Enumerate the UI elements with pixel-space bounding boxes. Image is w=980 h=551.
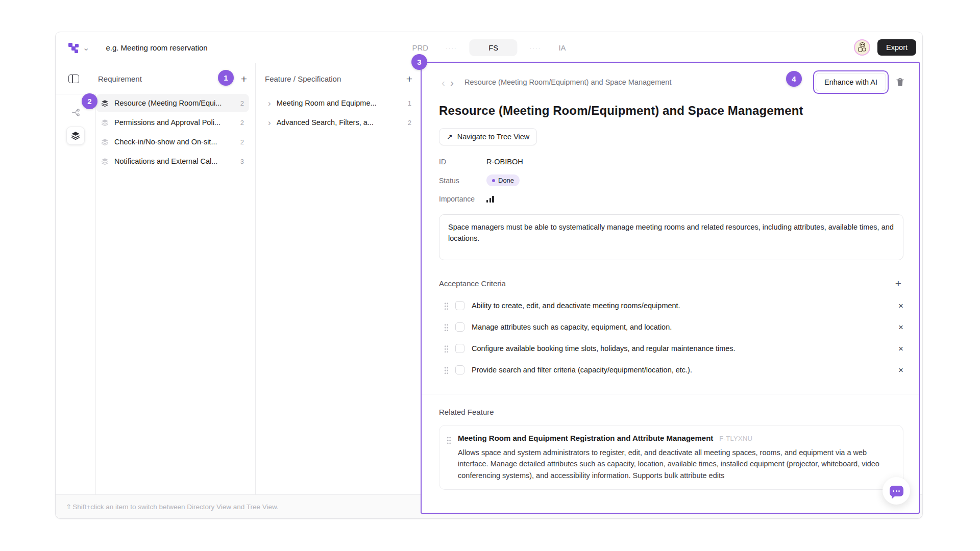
nav-back-button[interactable]: ‹ xyxy=(439,77,448,88)
layers-icon xyxy=(101,99,109,107)
external-arrow-icon: ↗ xyxy=(447,133,453,141)
add-feature-button[interactable]: + xyxy=(406,73,412,84)
related-feature-card[interactable]: Meeting Room and Equipment Registration … xyxy=(439,425,903,490)
user-avatar[interactable] xyxy=(854,39,870,56)
drag-handle-icon[interactable] xyxy=(444,366,449,374)
app-logo-icon[interactable] xyxy=(68,42,79,53)
chat-bubble-icon xyxy=(890,486,903,496)
related-feature-code: F-TLYXNU xyxy=(719,435,752,442)
topbar-right-group: Export xyxy=(854,39,916,56)
mode-tabs: PRD ···· FS ···· IA xyxy=(407,32,571,63)
importance-label: Importance xyxy=(439,195,486,203)
criterion-checkbox[interactable] xyxy=(455,301,464,310)
related-feature-content: Meeting Room and Equipment Registration … xyxy=(458,434,893,481)
feature-item-label: Meeting Room and Equipme... xyxy=(277,99,377,107)
criterion-text: Ability to create, edit, and deactivate … xyxy=(472,302,680,310)
page-title: Resource (Meeting Room/Equipment) and Sp… xyxy=(439,104,901,118)
related-feature-name: Meeting Room and Equipment Registration … xyxy=(458,434,713,442)
requirement-item-label: Notifications and External Cal... xyxy=(114,157,217,165)
detail-header: ‹ › Resource (Meeting Room/Equipment) an… xyxy=(439,71,904,93)
importance-bars-icon[interactable] xyxy=(486,196,494,203)
tab-ia[interactable]: IA xyxy=(553,39,571,56)
requirement-item[interactable]: Notifications and External Cal... 3 xyxy=(96,152,249,170)
id-field-row: ID R-OBIBOH xyxy=(439,157,901,167)
feature-column: Feature / Specification + › Meeting Room… xyxy=(256,63,421,495)
robot-doodle xyxy=(856,41,868,54)
importance-field-row: Importance xyxy=(439,194,901,204)
section-divider xyxy=(422,394,919,394)
chevron-right-icon[interactable]: › xyxy=(268,118,271,127)
remove-criterion-button[interactable]: × xyxy=(898,323,903,332)
chevron-down-icon[interactable]: ⌄ xyxy=(83,43,89,53)
drag-handle-icon[interactable] xyxy=(444,345,449,353)
trash-icon xyxy=(896,78,904,87)
chat-fab-button[interactable] xyxy=(883,477,910,505)
feature-item-count: 1 xyxy=(404,99,411,107)
criterion-text: Configure available booking time slots, … xyxy=(472,344,736,353)
requirement-item[interactable]: Resource (Meeting Room/Equi... 2 xyxy=(96,94,249,112)
add-requirement-button[interactable]: + xyxy=(241,73,247,84)
remove-criterion-button[interactable]: × xyxy=(898,366,903,374)
description-textbox[interactable]: Space managers must be able to systemati… xyxy=(439,214,903,260)
acceptance-criteria-title: Acceptance Criteria xyxy=(439,279,506,288)
id-label: ID xyxy=(439,158,486,166)
related-feature-description: Allows space and system administrators t… xyxy=(458,447,893,481)
requirement-item[interactable]: Permissions and Approval Poli... 2 xyxy=(96,113,249,132)
id-value: R-OBIBOH xyxy=(486,158,523,166)
status-label: Status xyxy=(439,177,486,185)
acceptance-criteria-header: Acceptance Criteria + xyxy=(439,278,901,289)
related-feature-header: Related Feature xyxy=(439,408,901,417)
nav-forward-button[interactable]: › xyxy=(448,77,456,88)
tab-separator-dots: ···· xyxy=(530,45,542,51)
drag-handle-icon[interactable] xyxy=(444,323,449,331)
requirement-title: Requirement xyxy=(98,74,142,83)
layers-icon xyxy=(101,138,109,146)
status-badge[interactable]: Done xyxy=(486,174,520,186)
enhance-with-ai-button[interactable]: Enhance with AI xyxy=(816,73,886,91)
status-field-row: Status Done xyxy=(439,174,901,186)
add-criterion-button[interactable]: + xyxy=(895,278,901,289)
requirement-item-count: 3 xyxy=(236,158,244,165)
requirement-item-label: Resource (Meeting Room/Equi... xyxy=(114,99,222,107)
annotation-badge-3: 3 xyxy=(411,54,427,70)
requirement-item-label: Permissions and Approval Poli... xyxy=(114,118,220,127)
tab-fs[interactable]: FS xyxy=(470,39,518,56)
breadcrumb: Resource (Meeting Room/Equipment) and Sp… xyxy=(464,78,671,86)
criterion-row: Configure available booking time slots, … xyxy=(444,338,903,359)
criterion-checkbox[interactable] xyxy=(455,365,464,374)
export-button[interactable]: Export xyxy=(877,39,916,56)
top-bar: ⌄ e.g. Meeting room reservation PRD ····… xyxy=(56,32,922,63)
criterion-checkbox[interactable] xyxy=(455,322,464,332)
tree-view-icon[interactable] xyxy=(66,103,85,121)
sidebar-toggle-icon[interactable] xyxy=(68,74,79,83)
shortcut-hint: ⇧ Shift+click an item to switch between … xyxy=(66,503,279,511)
requirement-item[interactable]: Check-in/No-show and On-sit... 2 xyxy=(96,133,249,151)
requirement-item-count: 2 xyxy=(236,119,244,127)
view-mode-rail xyxy=(56,94,96,495)
layers-view-icon[interactable] xyxy=(66,127,85,145)
project-title: e.g. Meeting room reservation xyxy=(106,43,207,52)
requirement-list: Resource (Meeting Room/Equi... 2 Permiss… xyxy=(96,94,255,495)
requirement-item-count: 2 xyxy=(236,138,244,146)
remove-criterion-button[interactable]: × xyxy=(898,302,903,310)
drag-handle-icon[interactable] xyxy=(447,436,451,444)
navigate-to-tree-view-button[interactable]: ↗ Navigate to Tree View xyxy=(439,128,537,145)
shift-icon: ⇧ xyxy=(66,503,71,511)
drag-handle-icon[interactable] xyxy=(444,302,449,310)
chevron-right-icon[interactable]: › xyxy=(268,99,271,108)
criterion-row: Ability to create, edit, and deactivate … xyxy=(444,295,903,316)
criterion-row: Provide search and filter criteria (capa… xyxy=(444,359,903,381)
criterion-row: Manage attributes such as capacity, equi… xyxy=(444,316,903,338)
enhance-annotation-box: Enhance with AI xyxy=(813,70,889,94)
feature-item[interactable]: › Advanced Search, Filters, a... 2 xyxy=(265,113,414,132)
feature-title: Feature / Specification xyxy=(265,74,341,83)
feature-header: Feature / Specification + xyxy=(256,63,421,94)
feature-item[interactable]: › Meeting Room and Equipme... 1 xyxy=(265,94,414,112)
requirement-item-label: Check-in/No-show and On-sit... xyxy=(114,138,217,146)
annotation-badge-1: 1 xyxy=(218,70,234,86)
delete-button[interactable] xyxy=(896,78,904,87)
status-dot-icon xyxy=(492,179,495,182)
criterion-checkbox[interactable] xyxy=(455,344,464,353)
tab-prd[interactable]: PRD xyxy=(407,39,433,56)
remove-criterion-button[interactable]: × xyxy=(898,344,903,353)
